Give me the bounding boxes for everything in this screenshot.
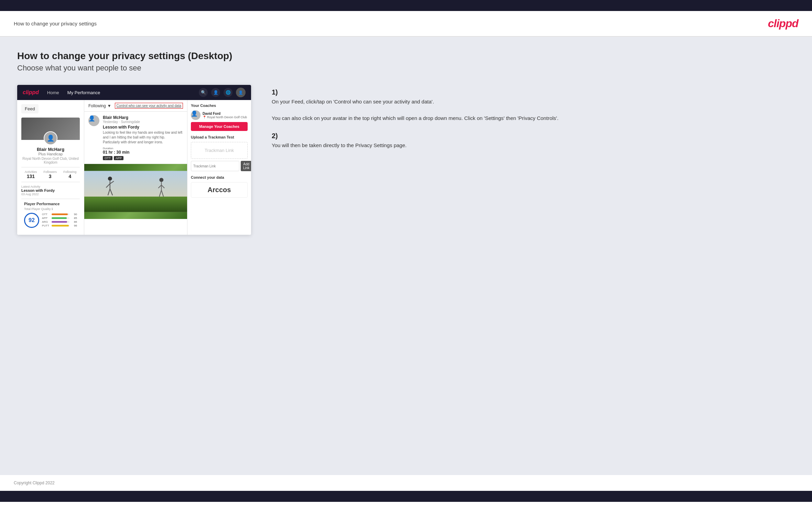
coaches-widget: Your Coaches 👤 David Ford 📍 Royal North … bbox=[191, 103, 248, 131]
coach-name: David Ford bbox=[203, 112, 247, 115]
trackman-input[interactable] bbox=[191, 161, 239, 171]
player-performance: Player Performance Total Player Quality … bbox=[21, 199, 80, 231]
demo-wrapper: clippd Home My Performance 🔍 👤 🌐 👤 Feed bbox=[17, 85, 795, 235]
trackman-input-row: Add Link bbox=[191, 161, 248, 171]
connect-title: Connect your data bbox=[191, 175, 248, 179]
perf-bars: OTT 90 APP bbox=[42, 213, 77, 228]
profile-stats: Activities 131 Followers 3 Following 4 bbox=[21, 167, 80, 182]
trackman-placeholder: Trackman Link bbox=[191, 142, 248, 159]
latest-label: Latest Activity bbox=[21, 185, 80, 188]
bottom-bar bbox=[0, 491, 812, 502]
clippd-logo: clippd bbox=[768, 17, 798, 30]
nav-avatar[interactable]: 👤 bbox=[236, 88, 246, 97]
stat-activities-label: Activities bbox=[25, 170, 37, 174]
profile-avatar-img: 👤 bbox=[44, 131, 57, 145]
top-bar bbox=[0, 0, 812, 11]
stat-following-value: 4 bbox=[63, 174, 76, 179]
instructions: 1) On your Feed, click/tap on 'Control w… bbox=[265, 85, 795, 159]
bar-ott: OTT 90 bbox=[42, 213, 77, 216]
activity-duration: Duration 01 hr : 30 min bbox=[103, 146, 183, 155]
svg-point-2 bbox=[108, 177, 112, 181]
copyright-text: Copyright Clippd 2022 bbox=[14, 481, 55, 485]
arccos-logo: Arccos bbox=[191, 182, 248, 198]
search-icon[interactable]: 🔍 bbox=[199, 88, 208, 97]
feed-tab[interactable]: Feed bbox=[21, 104, 39, 113]
instruction-2: 2) You will then be taken directly to th… bbox=[272, 132, 795, 150]
latest-activity: Latest Activity Lesson with Fordy 03 Aug… bbox=[21, 182, 80, 199]
latest-value: Lesson with Fordy bbox=[21, 188, 80, 192]
stat-following-label: Following bbox=[63, 170, 76, 174]
add-link-button[interactable]: Add Link bbox=[241, 161, 251, 171]
control-privacy-link[interactable]: Control who can see your activity and da… bbox=[115, 103, 183, 109]
stat-following: Following 4 bbox=[63, 170, 76, 179]
instruction-2-number: 2) bbox=[272, 132, 795, 140]
nav-my-performance: My Performance bbox=[67, 90, 100, 95]
connect-widget: Connect your data Arccos bbox=[191, 175, 248, 198]
stat-activities: Activities 131 bbox=[25, 170, 37, 179]
coach-item: 👤 David Ford 📍 Royal North Devon Golf Cl… bbox=[191, 110, 248, 120]
header: How to change your privacy settings clip… bbox=[0, 11, 812, 37]
tag-app: APP bbox=[114, 156, 123, 160]
app-right-panel: Your Coaches 👤 David Ford 📍 Royal North … bbox=[187, 100, 251, 235]
tag-ott: OTT bbox=[103, 156, 112, 160]
profile-club: Royal North Devon Golf Club, United King… bbox=[21, 157, 80, 164]
instruction-1-text: On your Feed, click/tap on 'Control who … bbox=[272, 98, 795, 122]
stat-followers-value: 3 bbox=[43, 174, 57, 179]
svg-point-8 bbox=[159, 178, 163, 182]
following-dropdown[interactable]: Following ▼ bbox=[88, 103, 111, 108]
profile-name: Blair McHarg bbox=[21, 147, 80, 152]
app-sidebar: Feed 👤 Blair McHarg Plus Handicap Royal … bbox=[17, 100, 84, 235]
coach-info: David Ford 📍 Royal North Devon Golf Club bbox=[203, 112, 247, 119]
manage-coaches-button[interactable]: Manage Your Coaches bbox=[191, 122, 248, 131]
page-heading: How to change your privacy settings (Des… bbox=[17, 51, 795, 62]
app-nav: clippd Home My Performance 🔍 👤 🌐 👤 bbox=[17, 85, 251, 100]
bar-arg: ARG 86 bbox=[42, 220, 77, 223]
user-icon[interactable]: 👤 bbox=[211, 88, 220, 97]
following-bar: Following ▼ Control who can see your act… bbox=[84, 100, 187, 112]
app-screenshot: clippd Home My Performance 🔍 👤 🌐 👤 Feed bbox=[17, 85, 251, 235]
activity-user-avatar: 👤 bbox=[88, 115, 99, 126]
bar-putt: PUTT 96 bbox=[42, 224, 77, 227]
golf-scene-image bbox=[84, 164, 187, 219]
activity-item: 👤 Blair McHarg Yesterday · Sunningdale L… bbox=[84, 112, 187, 164]
perf-title: Player Performance bbox=[24, 202, 77, 206]
activity-title: Lesson with Fordy bbox=[103, 125, 183, 130]
bar-app: APP 85 bbox=[42, 217, 77, 220]
activity-tags: OTT APP bbox=[103, 156, 183, 160]
app-feed: Following ▼ Control who can see your act… bbox=[84, 100, 187, 235]
footer: Copyright Clippd 2022 bbox=[0, 475, 812, 491]
page-breadcrumb: How to change your privacy settings bbox=[14, 21, 97, 26]
instruction-2-text: You will then be taken directly to the P… bbox=[272, 141, 795, 150]
coaches-title: Your Coaches bbox=[191, 103, 248, 108]
stat-activities-value: 131 bbox=[25, 174, 37, 179]
coach-club: 📍 Royal North Devon Golf Club bbox=[203, 115, 247, 119]
activity-description: Looking to feel like my hands are exitin… bbox=[103, 130, 183, 145]
profile-handicap: Plus Handicap bbox=[21, 152, 80, 156]
profile-cover: 👤 bbox=[21, 118, 80, 140]
instruction-1-number: 1) bbox=[272, 88, 795, 96]
trackman-title: Upload a Trackman Test bbox=[191, 135, 248, 139]
instruction-1: 1) On your Feed, click/tap on 'Control w… bbox=[272, 88, 795, 122]
main-content: How to change your privacy settings (Des… bbox=[0, 37, 812, 475]
total-quality-label: Total Player Quality ℹ bbox=[24, 207, 77, 211]
stat-followers-label: Followers bbox=[43, 170, 57, 174]
svg-rect-1 bbox=[84, 197, 187, 212]
latest-date: 03 Aug 2022 bbox=[21, 192, 80, 196]
golf-scene-svg bbox=[84, 164, 187, 219]
app-nav-icons: 🔍 👤 🌐 👤 bbox=[199, 88, 246, 97]
activity-content: Blair McHarg Yesterday · Sunningdale Les… bbox=[103, 115, 183, 160]
activity-user-name: Blair McHarg bbox=[103, 115, 183, 120]
score-circle: 92 bbox=[24, 213, 39, 228]
stat-followers: Followers 3 bbox=[43, 170, 57, 179]
app-body: Feed 👤 Blair McHarg Plus Handicap Royal … bbox=[17, 100, 251, 235]
location-icon: 📍 bbox=[203, 115, 206, 119]
page-subheading: Choose what you want people to see bbox=[17, 64, 795, 73]
app-logo: clippd bbox=[23, 89, 39, 96]
trackman-widget: Upload a Trackman Test Trackman Link Add… bbox=[191, 135, 248, 171]
coach-avatar: 👤 bbox=[191, 110, 201, 120]
activity-meta: Yesterday · Sunningdale bbox=[103, 120, 183, 124]
perf-inner: 92 OTT 90 APP bbox=[24, 213, 77, 228]
nav-home: Home bbox=[47, 90, 59, 95]
globe-icon[interactable]: 🌐 bbox=[224, 88, 232, 97]
